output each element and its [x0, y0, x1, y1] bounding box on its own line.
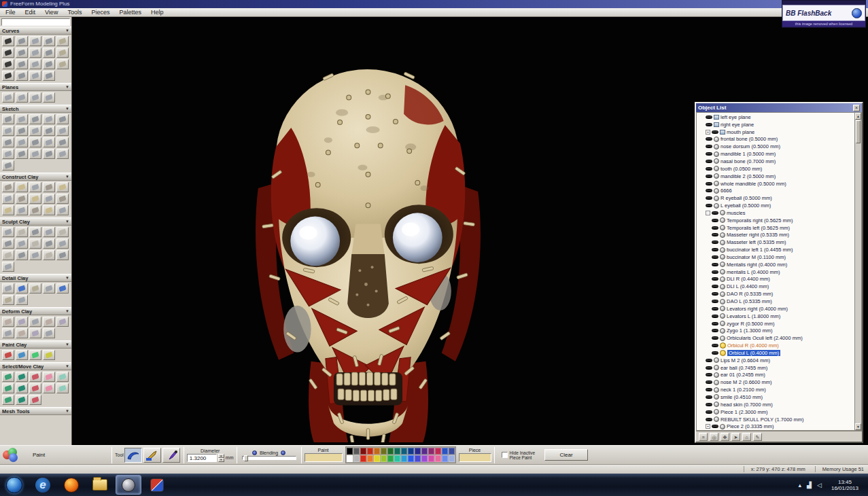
tray-expand-icon[interactable]: ▴ — [799, 482, 802, 489]
object-list-row[interactable]: Mentalis right (0.4000 mm) — [697, 261, 854, 268]
tree-expander-icon[interactable]: + — [706, 130, 710, 135]
visibility-glasses-icon[interactable] — [712, 425, 718, 428]
object-list-row[interactable]: +Piece 2 (0.3335 mm) — [697, 423, 854, 430]
object-list-row[interactable]: L eyeball (0.5000 mm) — [697, 202, 854, 209]
visibility-glasses-icon[interactable] — [706, 359, 712, 362]
tool-icon[interactable] — [16, 250, 28, 260]
tool-icon[interactable] — [43, 92, 55, 103]
tool-icon[interactable] — [56, 317, 69, 327]
tool-icon[interactable] — [16, 114, 28, 124]
visibility-glasses-icon[interactable] — [706, 152, 712, 156]
tool-icon[interactable] — [43, 126, 55, 136]
palette-swatch[interactable] — [394, 455, 400, 462]
tool-icon[interactable] — [29, 383, 41, 393]
palette-swatch[interactable] — [421, 455, 428, 462]
visibility-glasses-icon[interactable] — [712, 226, 718, 230]
tool-icon[interactable] — [16, 149, 28, 159]
object-list-row[interactable]: buccinator left 1 (0.4455 mm) — [697, 246, 854, 253]
tool-icon[interactable] — [16, 126, 28, 136]
toolbox-preset-box[interactable] — [1, 18, 70, 26]
visibility-glasses-icon[interactable] — [712, 277, 718, 281]
close-icon[interactable]: × — [853, 105, 860, 111]
object-list-row[interactable]: Orbicul L (0.4000 mm) — [697, 349, 854, 357]
tool-icon[interactable] — [16, 182, 28, 192]
tool-icon[interactable] — [29, 350, 41, 360]
object-list-row[interactable]: Temporalis left (0.5625 mm) — [697, 224, 854, 232]
toolbox-section-header[interactable]: Planes▼ — [0, 83, 71, 91]
visibility-glasses-icon[interactable] — [712, 285, 718, 288]
tool-icon[interactable] — [16, 59, 28, 69]
tool-icon[interactable] — [56, 149, 69, 159]
tool-icon[interactable] — [16, 48, 28, 58]
palette-swatch[interactable] — [401, 455, 407, 462]
firefox-button[interactable] — [58, 475, 84, 495]
visibility-glasses-icon[interactable] — [712, 322, 718, 325]
tool-icon[interactable] — [43, 383, 55, 393]
paintbrush-tool-button[interactable] — [124, 448, 142, 463]
palette-swatch[interactable] — [360, 448, 366, 455]
tool-icon[interactable] — [16, 92, 28, 103]
palette-swatch[interactable] — [347, 455, 353, 462]
object-list-row[interactable]: DLI R (0.4400 mm) — [697, 276, 854, 283]
tool-icon[interactable] — [43, 59, 55, 69]
tool-icon[interactable] — [56, 126, 69, 136]
hide-inactive-checkbox[interactable] — [502, 452, 508, 458]
list-toolbar-icon-5[interactable]: ✎ — [753, 433, 762, 441]
object-list-row[interactable]: mandible 2 (0.5000 mm) — [697, 173, 854, 180]
visibility-glasses-icon[interactable] — [706, 380, 712, 384]
tool-icon[interactable] — [16, 137, 28, 147]
tool-icon[interactable] — [56, 182, 69, 192]
object-list-row[interactable]: -muscles — [697, 209, 854, 217]
visibility-glasses-icon[interactable] — [706, 403, 712, 406]
tool-icon[interactable] — [2, 317, 14, 327]
tool-icon[interactable] — [2, 126, 14, 136]
visibility-glasses-icon[interactable] — [706, 395, 712, 399]
tool-icon[interactable] — [2, 283, 14, 294]
clear-button[interactable]: Clear — [544, 449, 588, 461]
palette-swatch[interactable] — [449, 448, 455, 455]
airbrush-tool-button[interactable] — [143, 448, 161, 463]
tool-icon[interactable] — [43, 250, 55, 260]
tool-icon[interactable] — [56, 283, 69, 294]
tool-icon[interactable] — [43, 283, 55, 294]
palette-swatch[interactable] — [435, 448, 441, 455]
tool-icon[interactable] — [29, 227, 41, 237]
palette-swatch[interactable] — [415, 448, 421, 455]
tool-icon[interactable] — [16, 383, 28, 393]
list-toolbar-icon-1[interactable]: ◎ — [710, 433, 718, 441]
tool-icon[interactable] — [29, 283, 41, 294]
tool-icon[interactable] — [56, 59, 69, 69]
tool-icon[interactable] — [56, 383, 69, 393]
menu-item-file[interactable]: File — [5, 9, 16, 16]
palette-swatch[interactable] — [367, 455, 373, 462]
palette-swatch[interactable] — [408, 455, 414, 462]
object-list-row[interactable]: Piece 1 (2.3000 mm) — [697, 408, 854, 416]
tool-icon[interactable] — [2, 194, 14, 204]
visibility-glasses-icon[interactable] — [712, 351, 718, 355]
object-list-row[interactable]: right eye plane — [697, 121, 854, 128]
menu-item-edit[interactable]: Edit — [25, 9, 36, 16]
tool-icon[interactable] — [29, 126, 41, 136]
visibility-glasses-icon[interactable] — [706, 204, 712, 207]
toolbox-section-header[interactable]: Sketch▼ — [0, 105, 71, 113]
visibility-glasses-icon[interactable] — [706, 418, 712, 421]
palette-swatch[interactable] — [428, 448, 434, 455]
tool-icon[interactable] — [2, 372, 14, 382]
tool-icon[interactable] — [29, 36, 41, 46]
object-list-row[interactable]: Levators right (0.4000 mm) — [697, 305, 854, 313]
list-toolbar-icon-2[interactable]: ✥ — [721, 433, 729, 441]
tool-icon[interactable] — [29, 372, 41, 382]
tool-icon[interactable] — [56, 372, 69, 382]
palette-swatch[interactable] — [347, 448, 353, 455]
scroll-thumb[interactable] — [856, 120, 861, 143]
tool-icon[interactable] — [56, 36, 69, 46]
object-list-row[interactable]: Orbicul R (0.4000 mm) — [697, 342, 854, 349]
visibility-glasses-icon[interactable] — [712, 248, 718, 251]
visibility-glasses-icon[interactable] — [712, 241, 718, 244]
flashback-watermark[interactable]: BB FlashBack this image removed when lic… — [782, 0, 866, 28]
tool-icon[interactable] — [29, 71, 41, 81]
tool-icon[interactable] — [43, 182, 55, 192]
visibility-glasses-icon[interactable] — [712, 292, 718, 296]
tool-icon[interactable] — [43, 114, 55, 124]
palette-swatch[interactable] — [353, 448, 360, 455]
